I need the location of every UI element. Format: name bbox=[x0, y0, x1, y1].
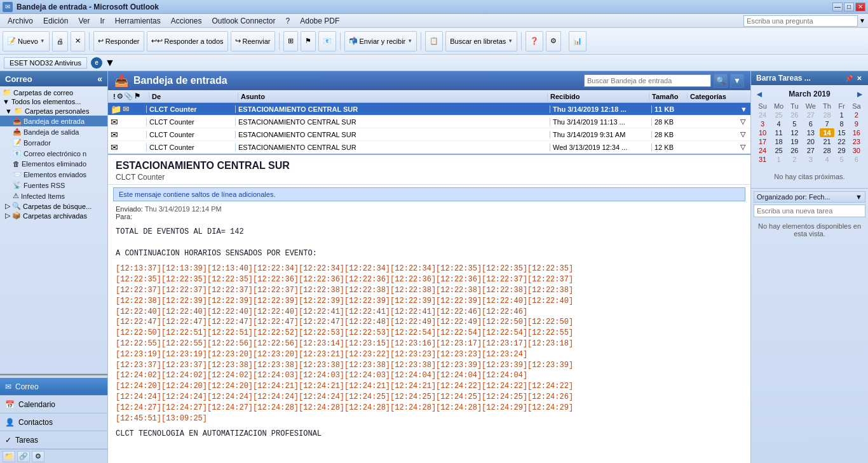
new-task-input[interactable] bbox=[754, 205, 865, 217]
inbox-search-options[interactable]: ▼ bbox=[730, 74, 744, 88]
calendar-day[interactable]: 27 bbox=[802, 146, 820, 155]
menu-adobe-pdf[interactable]: Adobe PDF bbox=[295, 15, 344, 27]
responder-button[interactable]: ↩ Responder bbox=[93, 31, 144, 51]
calendar-day[interactable]: 2 bbox=[787, 155, 802, 164]
calendar-day[interactable]: 18 bbox=[770, 137, 787, 146]
menu-help[interactable]: ? bbox=[281, 15, 295, 27]
sidebar-item-personales[interactable]: ▼ 📁 Carpetas personales bbox=[0, 106, 107, 116]
col-header-categories[interactable]: Categorías bbox=[687, 93, 738, 100]
sidebar-item-borrador[interactable]: 📝 Borrador bbox=[0, 137, 107, 148]
calendar-day[interactable]: 23 bbox=[849, 137, 864, 146]
calendar-day[interactable]: 26 bbox=[787, 146, 802, 155]
email-row[interactable]: ✉ CLCT Counter ESTACIONAMIENTO CENTRAL S… bbox=[108, 128, 750, 141]
calendar-day[interactable]: 5 bbox=[834, 155, 849, 164]
config-mini-button[interactable]: ⚙ bbox=[32, 451, 44, 462]
buscar-dropdown-arrow[interactable]: ▼ bbox=[508, 38, 513, 44]
menu-herramientas[interactable]: Herramientas bbox=[110, 15, 166, 27]
calendar-day[interactable]: 24 bbox=[755, 146, 770, 155]
inbox-search-input[interactable] bbox=[584, 74, 711, 87]
calendar-day[interactable]: 3 bbox=[802, 155, 820, 164]
delete-button[interactable]: ✕ bbox=[71, 31, 85, 51]
calendar-day[interactable]: 7 bbox=[820, 119, 834, 128]
menu-archivo[interactable]: Archivo bbox=[3, 15, 38, 27]
calendar-day[interactable]: 27 bbox=[802, 111, 820, 119]
col-header-from[interactable]: De bbox=[149, 93, 238, 100]
calendar-day[interactable]: 17 bbox=[755, 137, 770, 146]
calendar-day[interactable]: 12 bbox=[787, 128, 802, 137]
calendar-day[interactable]: 4 bbox=[770, 119, 787, 128]
sidebar-item-archivadas[interactable]: ▷ 📦 Carpetas archivadas bbox=[0, 211, 107, 220]
sidebar-item-rss[interactable]: 📡 Fuentes RSS bbox=[0, 180, 107, 191]
calendar-prev-button[interactable]: ◄ bbox=[755, 89, 764, 99]
sidebar-item-busqueda[interactable]: ▷ 🔍 Carpetas de búsque... bbox=[0, 201, 107, 211]
print-button[interactable]: 🖨 bbox=[52, 31, 68, 51]
calendar-day[interactable]: 30 bbox=[849, 146, 864, 155]
calendar-day[interactable]: 4 bbox=[820, 155, 834, 164]
libretas-button[interactable]: 📋 bbox=[425, 31, 443, 51]
eset-label[interactable]: ESET NOD32 Antivirus bbox=[4, 57, 87, 69]
calendar-day[interactable]: 24 bbox=[755, 111, 770, 119]
folder-mini-button[interactable]: 📁 bbox=[3, 451, 15, 462]
responder-todos-button[interactable]: ↩↩ Responder a todos bbox=[147, 31, 228, 51]
close-button[interactable]: ✕ bbox=[855, 3, 865, 11]
calendar-day[interactable]: 15 bbox=[834, 128, 849, 137]
calendar-day[interactable]: 25 bbox=[770, 111, 787, 119]
extra-button[interactable]: ⚙ bbox=[546, 31, 561, 51]
email-row[interactable]: 📁 ✉ CLCT Counter ESTACIONAMIENTO CENTRAL… bbox=[108, 103, 750, 116]
nav-contactos[interactable]: 👤 Contactos bbox=[0, 413, 107, 431]
apps-button[interactable]: ⊞ bbox=[283, 31, 298, 51]
calendar-day[interactable]: 31 bbox=[755, 155, 770, 164]
calendar-day[interactable]: 28 bbox=[820, 146, 834, 155]
calendar-day[interactable]: 11 bbox=[770, 128, 787, 137]
sidebar-item-bandeja-salida[interactable]: 📤 Bandeja de salida bbox=[0, 126, 107, 137]
sidebar-item-infected[interactable]: ⚠ Infected Items bbox=[0, 191, 107, 201]
calendar-day[interactable]: 14 bbox=[820, 128, 834, 137]
calendar-day[interactable]: 9 bbox=[849, 119, 864, 128]
tasks-sort-icon[interactable]: ▼ bbox=[855, 193, 862, 201]
nav-correo[interactable]: ✉ Correo bbox=[0, 378, 107, 396]
calendar-next-button[interactable]: ► bbox=[855, 89, 864, 99]
calendar-day[interactable]: 6 bbox=[849, 155, 864, 164]
calendar-day[interactable]: 29 bbox=[834, 146, 849, 155]
calendar-day[interactable]: 25 bbox=[770, 146, 787, 155]
reenviar-button[interactable]: ↪ Reenviar bbox=[231, 31, 275, 51]
calendar-day[interactable]: 8 bbox=[834, 119, 849, 128]
eset-dropdown-arrow[interactable]: ▼ bbox=[105, 57, 115, 69]
sidebar-item-eliminados[interactable]: 🗑 Elementos eliminado bbox=[0, 159, 107, 169]
col-header-subject[interactable]: Asunto bbox=[238, 93, 547, 100]
minimize-button[interactable]: — bbox=[832, 3, 843, 11]
email-row[interactable]: ✉ CLCT Counter ESTACIONAMIENTO CENTRAL S… bbox=[108, 141, 750, 154]
sidebar-item-enviados[interactable]: 📨 Elementos enviados bbox=[0, 169, 107, 180]
calendar-day[interactable]: 10 bbox=[755, 128, 770, 137]
calendar-day[interactable]: 22 bbox=[834, 137, 849, 146]
eset-icon[interactable]: e bbox=[91, 57, 102, 69]
calendar-day[interactable]: 19 bbox=[787, 137, 802, 146]
calendar-day[interactable]: 20 bbox=[802, 137, 820, 146]
calendar-day[interactable]: 3 bbox=[755, 119, 770, 128]
help-button[interactable]: ❓ bbox=[526, 31, 543, 51]
toolbar-right-button[interactable]: 📊 bbox=[569, 31, 587, 51]
calendar-day[interactable]: 2 bbox=[849, 111, 864, 119]
inbox-search-button[interactable]: 🔍 bbox=[714, 74, 728, 88]
sidebar-item-correo-n[interactable]: 📧 Correo electrónico n bbox=[0, 148, 107, 159]
shortcut-mini-button[interactable]: 🔗 bbox=[17, 451, 30, 462]
nav-tareas[interactable]: ✓ Tareas bbox=[0, 431, 107, 449]
calendar-day[interactable]: 6 bbox=[802, 119, 820, 128]
ask-dropdown-arrow[interactable]: ▼ bbox=[859, 17, 865, 24]
nuevo-dropdown-arrow[interactable]: ▼ bbox=[40, 38, 45, 44]
nav-calendario[interactable]: 📅 Calendario bbox=[0, 396, 107, 413]
sidebar-collapse-icon[interactable]: « bbox=[97, 74, 102, 84]
calendar-day[interactable]: 28 bbox=[820, 111, 834, 119]
email2-button[interactable]: 📧 bbox=[318, 31, 336, 51]
email-row[interactable]: ✉ CLCT Counter ESTACIONAMIENTO CENTRAL S… bbox=[108, 116, 750, 128]
sidebar-item-carpetas-correo[interactable]: 📁 Carpetas de correo bbox=[0, 88, 107, 97]
calendar-day[interactable]: 26 bbox=[787, 111, 802, 119]
sidebar-item-bandeja-entrada[interactable]: 📥 Bandeja de entrada bbox=[0, 116, 107, 126]
menu-ver[interactable]: Ver bbox=[73, 15, 95, 27]
flag-button[interactable]: ⚑ bbox=[301, 31, 316, 51]
enviar-recibir-dropdown-arrow[interactable]: ▼ bbox=[407, 38, 412, 44]
menu-acciones[interactable]: Acciones bbox=[166, 15, 207, 27]
calendar-day[interactable]: 13 bbox=[802, 128, 820, 137]
ask-input[interactable] bbox=[743, 15, 858, 27]
calendar-day[interactable]: 21 bbox=[820, 137, 834, 146]
